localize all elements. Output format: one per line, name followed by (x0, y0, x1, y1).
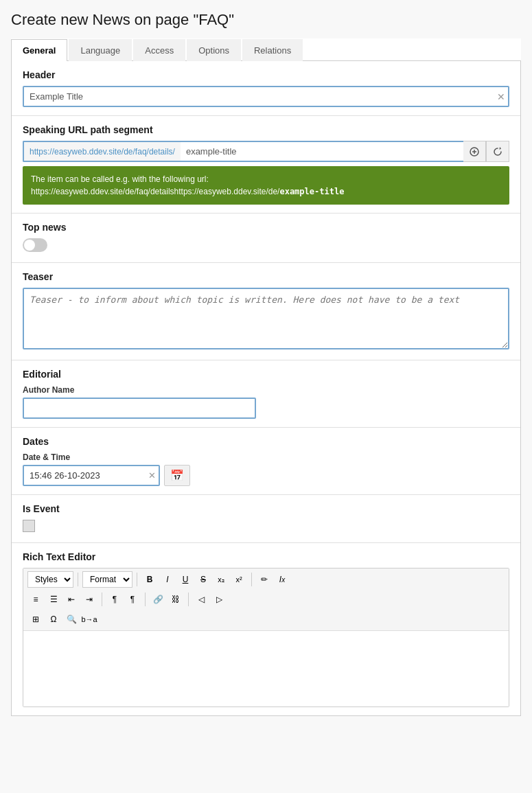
rte-toolbar-row2: ≡ ☰ ⇤ ⇥ ¶ ¶ 🔗 ⛓ ◁ ▷ (27, 591, 505, 608)
rte-indent-button[interactable]: ⇥ (81, 591, 97, 608)
rte-toolbar: Styles Format B I U S x₂ x² ✏ Ix (23, 568, 509, 631)
url-info-full: https://easyweb.ddev.site/de/faq/details… (31, 187, 344, 196)
datetime-clear-button[interactable]: ✕ (148, 470, 156, 481)
rte-abbr-button[interactable]: b→a (81, 611, 97, 628)
tab-general[interactable]: General (11, 39, 67, 61)
rte-superscript-button[interactable]: x² (231, 571, 247, 588)
tab-language[interactable]: Language (69, 39, 132, 61)
url-slug-button[interactable] (463, 141, 486, 162)
rte-ul-button[interactable]: ☰ (45, 591, 62, 608)
rte-undo-button[interactable]: ◁ (193, 591, 209, 608)
rte-sep2 (137, 573, 137, 586)
rte-sep6 (188, 593, 189, 606)
rte-format-select[interactable]: Format (82, 571, 132, 588)
editorial-title: Editorial (23, 369, 509, 380)
date-label: Date & Time (23, 452, 509, 462)
rte-omega-button[interactable]: Ω (45, 611, 62, 628)
header-input[interactable] (23, 86, 509, 107)
header-input-wrap: ✕ (23, 86, 509, 107)
rte-table-button[interactable]: ⊞ (27, 611, 44, 628)
header-section: Header ✕ (12, 61, 520, 116)
datetime-wrap: ✕ (23, 465, 160, 486)
datetime-row: ✕ 📅 (23, 465, 509, 486)
rte-clearformat-button[interactable]: Ix (274, 571, 290, 588)
rte-sep3 (251, 573, 252, 586)
author-input[interactable] (23, 398, 256, 419)
dates-section: Dates Date & Time ✕ 📅 (12, 428, 520, 495)
rte-section: Rich Text Editor Styles Format B I U S (12, 543, 520, 715)
rte-sep1 (78, 573, 78, 586)
url-prefix: https://easyweb.ddev.site/de/faq/details… (23, 141, 181, 162)
rte-search-button[interactable]: 🔍 (63, 611, 80, 628)
rte-unlink-button[interactable]: ⛓ (167, 591, 184, 608)
top-news-title: Top news (23, 222, 509, 233)
teaser-title: Teaser (23, 271, 509, 282)
is-event-section: Is Event (12, 495, 520, 543)
url-info-text: The item can be called e.g. with the fol… (31, 174, 209, 184)
rte-eraser-button[interactable]: ✏ (256, 571, 273, 588)
top-news-toggle[interactable] (23, 238, 47, 252)
rte-strikethrough-button[interactable]: S (195, 571, 211, 588)
datetime-input[interactable] (23, 465, 160, 486)
rte-container: Styles Format B I U S x₂ x² ✏ Ix (23, 568, 509, 707)
tabs-bar: General Language Access Options Relation… (11, 38, 521, 61)
rte-sep4 (102, 593, 102, 606)
header-section-title: Header (23, 69, 509, 80)
url-section-title: Speaking URL path segment (23, 124, 509, 135)
rte-blockquote2-button[interactable]: ¶ (124, 591, 141, 608)
teaser-section: Teaser (12, 263, 520, 360)
tab-access[interactable]: Access (133, 39, 185, 61)
is-event-checkbox[interactable] (23, 520, 35, 532)
dates-title: Dates (23, 436, 509, 447)
rte-bold-button[interactable]: B (141, 571, 158, 588)
rte-sep5 (145, 593, 146, 606)
header-clear-button[interactable]: ✕ (497, 91, 505, 102)
author-label: Author Name (23, 385, 509, 395)
rte-ol-button[interactable]: ≡ (27, 591, 44, 608)
url-refresh-button[interactable] (486, 141, 509, 162)
rte-outdent-button[interactable]: ⇤ (63, 591, 80, 608)
url-segment-input[interactable] (181, 141, 463, 162)
rte-italic-button[interactable]: I (159, 571, 176, 588)
rte-title: Rich Text Editor (23, 551, 509, 562)
rte-subscript-button[interactable]: x₂ (213, 571, 229, 588)
url-info-box: The item can be called e.g. with the fol… (23, 166, 509, 205)
tab-options[interactable]: Options (187, 39, 241, 61)
teaser-textarea[interactable] (23, 288, 509, 349)
is-event-title: Is Event (23, 503, 509, 514)
rte-body[interactable] (23, 631, 509, 706)
rte-underline-button[interactable]: U (177, 571, 194, 588)
calendar-button[interactable]: 📅 (164, 465, 190, 486)
rte-link-button[interactable]: 🔗 (150, 591, 166, 608)
url-segment-row: https://easyweb.ddev.site/de/faq/details… (23, 141, 509, 162)
top-news-section: Top news (12, 214, 520, 263)
rte-toolbar-row1: Styles Format B I U S x₂ x² ✏ Ix (27, 571, 505, 588)
rte-redo-button[interactable]: ▷ (211, 591, 227, 608)
rte-toolbar-row3: ⊞ Ω 🔍 b→a (27, 611, 505, 628)
rte-blockquote-button[interactable]: ¶ (106, 591, 123, 608)
editorial-section: Editorial Author Name (12, 360, 520, 428)
form-container: Header ✕ Speaking URL path segment https… (11, 61, 521, 716)
page-title: Create new News on page "FAQ" (11, 11, 521, 29)
url-section: Speaking URL path segment https://easywe… (12, 116, 520, 214)
tab-relations[interactable]: Relations (242, 39, 303, 61)
rte-styles-select[interactable]: Styles (27, 571, 73, 588)
